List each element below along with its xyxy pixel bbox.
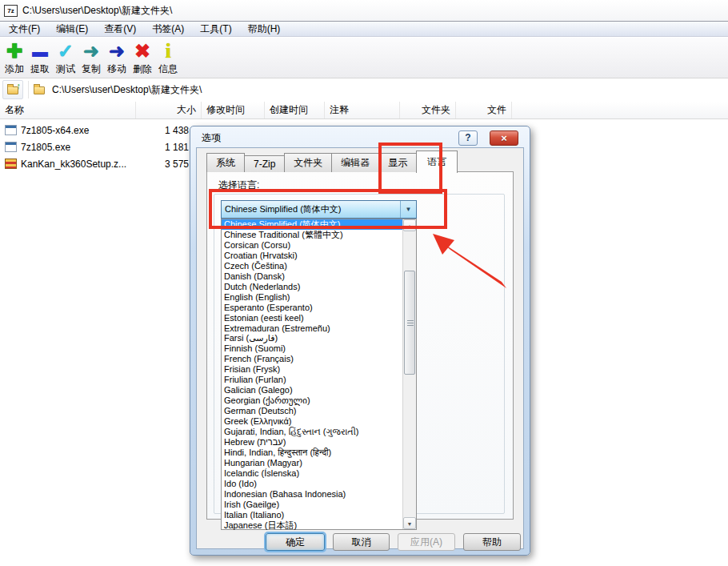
tab-system[interactable]: 系统 bbox=[206, 153, 245, 172]
window-title: C:\Users\user\Desktop\新建文件夹\ bbox=[22, 4, 172, 18]
move-button[interactable]: ➜ 移动 bbox=[104, 39, 130, 74]
add-icon: ✚ bbox=[2, 39, 27, 63]
language-option[interactable]: Extremaduran (Estremeñu) bbox=[222, 323, 403, 334]
exe-file-icon bbox=[5, 142, 17, 152]
scrollbar-grip bbox=[407, 320, 414, 327]
file-size: 1 438 0 bbox=[125, 125, 197, 136]
column-modified[interactable]: 修改时间 bbox=[202, 102, 265, 118]
extract-icon: ▬ bbox=[27, 39, 53, 63]
language-option[interactable]: Chinese Traditional (繁體中文) bbox=[222, 230, 403, 240]
file-size: 3 575 9 bbox=[125, 159, 197, 170]
column-folders[interactable]: 文件夹 bbox=[400, 102, 456, 118]
address-path[interactable]: C:\Users\user\Desktop\新建文件夹\ bbox=[52, 83, 202, 97]
language-option[interactable]: Hungarian (Magyar) bbox=[222, 458, 403, 468]
language-option[interactable]: Croatian (Hrvatski) bbox=[222, 251, 403, 261]
language-option[interactable]: Gujarati, Indian, હિંદુસ્તાન (ગુજરાતી) bbox=[222, 427, 403, 437]
annotation-box-language-tab bbox=[378, 143, 442, 194]
language-option[interactable]: Corsican (Corsu) bbox=[222, 240, 403, 251]
language-option[interactable]: Irish (Gaeilge) bbox=[222, 500, 403, 510]
archive-file-icon bbox=[5, 159, 17, 169]
file-row[interactable]: 7z1805.exe bbox=[0, 138, 70, 155]
language-option[interactable]: German (Deutsch) bbox=[222, 406, 403, 416]
menu-tools[interactable]: 工具(T) bbox=[193, 21, 238, 38]
column-created[interactable]: 创建时间 bbox=[265, 102, 325, 118]
language-option[interactable]: Hebrew (עברית) bbox=[222, 437, 403, 448]
toolbar: ✚ 添加 ▬ 提取 ✓ 测试 ➜ 复制 ➜ 移动 ✖ 删除 i 信息 bbox=[0, 38, 728, 78]
language-option[interactable]: Esperanto (Esperanto) bbox=[222, 303, 403, 313]
ok-button[interactable]: 确定 bbox=[266, 533, 325, 551]
delete-icon: ✖ bbox=[130, 39, 155, 63]
language-option[interactable]: Greek (Ελληνικά) bbox=[222, 416, 403, 427]
path-folder-icon bbox=[34, 85, 46, 95]
language-option[interactable]: Farsi (فارسی) bbox=[222, 333, 403, 343]
copy-icon: ➜ bbox=[78, 39, 104, 63]
annotation-arrow bbox=[420, 227, 516, 299]
test-button[interactable]: ✓ 测试 bbox=[53, 39, 78, 74]
language-option[interactable]: Hindi, Indian, हिन्दुस्तान (हिन्दी) bbox=[222, 448, 403, 458]
language-option[interactable]: Danish (Dansk) bbox=[222, 271, 403, 282]
address-bar: ↑ C:\Users\user\Desktop\新建文件夹\ bbox=[0, 78, 728, 101]
menu-bookmarks[interactable]: 书签(A) bbox=[145, 21, 191, 38]
add-button[interactable]: ✚ 添加 bbox=[2, 39, 27, 74]
tab-folders[interactable]: 文件夹 bbox=[284, 153, 332, 172]
language-option[interactable]: Frisian (Frysk) bbox=[222, 364, 403, 375]
language-option[interactable]: Japanese (日本語) bbox=[222, 520, 403, 531]
up-arrow-icon: ↑ bbox=[17, 81, 22, 90]
menu-file[interactable]: 文件(F) bbox=[2, 21, 47, 38]
cancel-button[interactable]: 取消 bbox=[333, 533, 390, 551]
language-option[interactable]: Friulian (Furlan) bbox=[222, 375, 403, 385]
language-option[interactable]: Icelandic (Íslenska) bbox=[222, 468, 403, 479]
exe-file-icon bbox=[5, 125, 17, 135]
help-button[interactable]: ? bbox=[458, 130, 478, 146]
column-name[interactable]: 名称 bbox=[0, 102, 136, 118]
menu-edit[interactable]: 编辑(E) bbox=[49, 21, 95, 38]
app-icon: 7z bbox=[4, 5, 18, 17]
language-option[interactable]: Italian (Italiano) bbox=[222, 510, 403, 520]
language-option[interactable]: Ido (Ido) bbox=[222, 479, 403, 489]
file-row[interactable]: 7z1805-x64.exe bbox=[0, 122, 89, 138]
info-button[interactable]: i 信息 bbox=[155, 39, 181, 74]
language-option[interactable]: Galician (Galego) bbox=[222, 385, 403, 395]
language-option[interactable]: Czech (Čeština) bbox=[222, 261, 403, 271]
language-option[interactable]: Estonian (eesti keel) bbox=[222, 313, 403, 323]
language-dropdown-list: Chinese Simplified (简体中文) Chinese Tradit… bbox=[221, 219, 417, 530]
column-comment[interactable]: 注释 bbox=[325, 102, 400, 118]
copy-button[interactable]: ➜ 复制 bbox=[78, 39, 104, 74]
dialog-title: 选项 bbox=[202, 131, 221, 145]
column-header-row: 名称 大小 修改时间 创建时间 注释 文件夹 文件 bbox=[0, 102, 728, 119]
language-option[interactable]: Indonesian (Bahasa Indonesia) bbox=[222, 489, 403, 500]
language-option[interactable]: French (Français) bbox=[222, 354, 403, 364]
menu-bar: 文件(F) 编辑(E) 查看(V) 书签(A) 工具(T) 帮助(H) bbox=[0, 21, 728, 37]
delete-button[interactable]: ✖ 删除 bbox=[130, 39, 155, 74]
info-icon: i bbox=[155, 39, 181, 63]
tab-7zip[interactable]: 7-Zip bbox=[244, 155, 285, 172]
annotation-box-combobox bbox=[209, 189, 447, 229]
language-option[interactable]: Dutch (Nederlands) bbox=[222, 282, 403, 292]
menu-view[interactable]: 查看(V) bbox=[97, 21, 143, 38]
scrollbar-thumb[interactable] bbox=[404, 271, 415, 375]
apply-button[interactable]: 应用(A) bbox=[398, 533, 455, 551]
language-option[interactable]: Georgian (ქართული) bbox=[222, 395, 403, 406]
menu-help[interactable]: 帮助(H) bbox=[241, 21, 288, 38]
move-icon: ➜ bbox=[104, 39, 130, 63]
tab-editor[interactable]: 编辑器 bbox=[331, 153, 379, 172]
scroll-down-icon[interactable]: ▼ bbox=[403, 517, 416, 529]
dropdown-scrollbar[interactable]: ▲ ▼ bbox=[402, 219, 416, 529]
window-titlebar: 7z C:\Users\user\Desktop\新建文件夹\ bbox=[0, 0, 728, 21]
language-option[interactable]: Finnish (Suomi) bbox=[222, 343, 403, 354]
help-button-bottom[interactable]: 帮助 bbox=[463, 533, 521, 551]
column-size[interactable]: 大小 bbox=[136, 102, 202, 118]
extract-button[interactable]: ▬ 提取 bbox=[27, 39, 53, 74]
file-row[interactable]: KanKan_kk360Setup.z... bbox=[0, 155, 126, 172]
folder-up-button[interactable]: ↑ bbox=[2, 80, 23, 99]
test-icon: ✓ bbox=[53, 39, 78, 63]
file-size: 1 181 0 bbox=[125, 142, 197, 153]
close-icon[interactable]: × bbox=[490, 130, 518, 146]
language-option[interactable]: English (English) bbox=[222, 292, 403, 303]
column-files[interactable]: 文件 bbox=[456, 102, 512, 118]
